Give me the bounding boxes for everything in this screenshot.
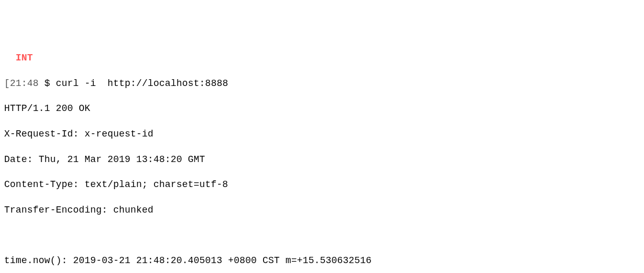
blank-line — [4, 229, 640, 241]
http-header: Date: Thu, 21 Mar 2019 13:48:20 GMT — [4, 153, 640, 166]
http-header: Transfer-Encoding: chunked — [4, 204, 640, 216]
prompt-open-bracket: [ — [4, 78, 10, 89]
prompt-time: 21:48 — [10, 78, 39, 89]
body-line: time.now(): 2019-03-21 21:48:20.405013 +… — [4, 254, 640, 267]
http-status-line: HTTP/1.1 200 OK — [4, 102, 640, 115]
http-header: X-Request-Id: x-request-id — [4, 128, 640, 140]
command-line[interactable]: [21:48 $ curl -i http://localhost:8888 — [4, 77, 640, 90]
interrupt-marker: INT — [4, 52, 640, 64]
prompt-symbol: $ — [44, 78, 50, 89]
http-header: Content-Type: text/plain; charset=utf-8 — [4, 178, 640, 191]
command-text: curl -i http://localhost:8888 — [56, 78, 228, 89]
